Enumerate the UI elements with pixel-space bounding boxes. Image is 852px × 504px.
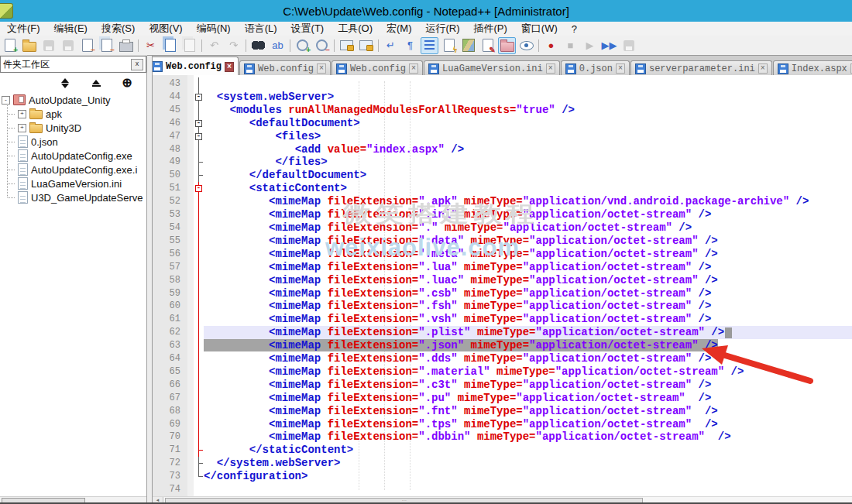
code-text[interactable]: <mimeMap fileExtension=".csb" mimeType="… [204, 287, 852, 300]
code-line-54[interactable]: 54 <mimeMap fileExtension="." mimeType="… [153, 221, 852, 235]
code-text[interactable]: </staticContent> [204, 444, 852, 457]
menu-item-plugins[interactable]: 插件(P) [467, 21, 514, 36]
code-text[interactable]: </defaultDocument> [204, 169, 852, 182]
code-line-70[interactable]: 70 <mimeMap fileExtension=".dbbin" mimeT… [153, 430, 852, 444]
code-text[interactable] [204, 77, 852, 91]
code-line-50[interactable]: 50 </defaultDocument> [153, 169, 852, 182]
code-line-64[interactable]: 64 <mimeMap fileExtension=".dds" mimeTyp… [153, 352, 852, 365]
tree-item-autoupdate-unity[interactable]: -AutoUpdate_Unity [2, 93, 143, 107]
macro-record-button[interactable]: ● [542, 37, 560, 54]
code-text[interactable]: <mimeMap fileExtension=".luac" mimeType=… [204, 274, 852, 287]
code-line-51[interactable]: 51- <staticContent> [153, 182, 852, 195]
tab-close-icon[interactable]: × [317, 63, 326, 74]
code-text[interactable]: <mimeMap fileExtension=".tps" mimeType="… [204, 418, 852, 431]
scroll-left-arrow[interactable]: ◂ [153, 497, 163, 503]
code-line-49[interactable]: 49 </files> [153, 156, 852, 169]
locate-file-button[interactable]: ⊕ [119, 75, 136, 91]
close-all-button[interactable]: − [98, 37, 115, 54]
redo-button[interactable]: ↷ [225, 37, 242, 54]
code-text[interactable]: <system.webServer> [204, 91, 852, 104]
word-wrap-button[interactable]: ↵ [382, 37, 400, 54]
code-text[interactable]: <mimeMap fileExtension=".apk" mimeType="… [204, 195, 852, 208]
macro-run-multi-button[interactable]: ▶▶ [600, 37, 618, 54]
tree-item-autoupdateconfig-exe[interactable]: AutoUpdateConfig.exe [2, 149, 143, 163]
fold-margin-cell[interactable]: - [194, 130, 204, 143]
tab-index-aspx[interactable]: Index.aspx× [773, 60, 852, 76]
expand-all-button[interactable] [57, 75, 74, 91]
code-line-73[interactable]: 73</configuration> [153, 470, 852, 483]
fold-margin-cell[interactable]: - [194, 182, 204, 195]
tree-item-u3d-gameupdateserve[interactable]: U3D_GameUpdateServe [2, 190, 143, 204]
code-text[interactable]: <mimeMap fileExtension=".fsh" mimeType="… [204, 300, 852, 313]
function-list-button[interactable]: ϟ [440, 37, 458, 54]
macro-save-button[interactable] [620, 37, 637, 54]
sync-vertical-button[interactable] [338, 37, 356, 54]
code-line-57[interactable]: 57 <mimeMap fileExtension=".lua" mimeTyp… [153, 261, 852, 274]
replace-button[interactable]: ab [269, 37, 287, 54]
code-line-52[interactable]: 52 <mimeMap fileExtension=".apk" mimeTyp… [153, 195, 852, 208]
tree-item-0-json[interactable]: 0.json [2, 135, 143, 149]
tab-web-config-3[interactable]: Web.config× [332, 60, 423, 76]
menu-item-edit[interactable]: 编辑(E) [47, 21, 94, 36]
code-text[interactable]: <mimeMap fileExtension=".dbbin" mimeType… [204, 430, 852, 444]
tab-close-icon[interactable]: × [758, 63, 768, 74]
tree-item-autoupdateconfig-exe-i[interactable]: AutoUpdateConfig.exe.i [2, 163, 143, 177]
code-line-63[interactable]: 63 <mimeMap fileExtension=".json" mimeTy… [153, 339, 852, 352]
save-button[interactable] [40, 37, 57, 54]
code-line-48[interactable]: 48 <add value="index.aspx" /> [153, 143, 852, 156]
sync-horizontal-button[interactable] [357, 37, 375, 54]
document-map-button[interactable] [459, 37, 477, 54]
code-line-67[interactable]: 67 <mimeMap fileExtension=".pu" mimeType… [153, 392, 852, 405]
code-text[interactable]: <mimeMap fileExtension=".dds" mimeType="… [204, 352, 852, 365]
menu-item-tools[interactable]: 工具(O) [331, 21, 380, 36]
code-text[interactable]: <mimeMap fileExtension=".json" mimeType=… [204, 339, 852, 352]
code-text[interactable]: <mimeMap fileExtension=".fnt" mimeType="… [204, 405, 852, 418]
new-file-button[interactable]: + [1, 37, 19, 54]
find-button[interactable] [249, 37, 267, 54]
code-line-66[interactable]: 66 <mimeMap fileExtension=".c3t" mimeTyp… [153, 379, 852, 392]
expander-icon[interactable]: + [18, 124, 26, 132]
code-line-74[interactable]: 74 [153, 483, 852, 496]
panel-close-button[interactable]: x [131, 59, 143, 70]
code-line-46[interactable]: 46- <defaultDocument> [153, 117, 852, 130]
code-text[interactable]: <mimeMap fileExtension=".ini" mimeType="… [204, 208, 852, 221]
menu-item-run[interactable]: 运行(R) [418, 21, 466, 36]
code-text[interactable] [204, 483, 852, 496]
menu-item-view[interactable]: 视图(V) [142, 21, 189, 36]
code-line-60[interactable]: 60 <mimeMap fileExtension=".fsh" mimeTyp… [153, 300, 852, 313]
save-all-button[interactable] [59, 37, 77, 54]
code-text[interactable]: <staticContent> [204, 182, 852, 195]
tab-close-icon[interactable]: × [546, 63, 555, 74]
fold-margin-cell[interactable]: - [194, 117, 204, 130]
code-line-53[interactable]: 53 <mimeMap fileExtension=".ini" mimeTyp… [153, 208, 852, 221]
code-line-47[interactable]: 47- <files> [153, 130, 852, 143]
tab-luagameversion-ini[interactable]: LuaGameVersion.ini× [424, 60, 560, 76]
zoom-out-button[interactable]: − [313, 37, 331, 54]
code-text[interactable]: </configuration> [204, 470, 852, 483]
undo-button[interactable]: ↶ [205, 37, 223, 54]
code-text[interactable]: <mimeMap fileExtension=".c3t" mimeType="… [204, 379, 852, 392]
code-line-58[interactable]: 58 <mimeMap fileExtension=".luac" mimeTy… [153, 274, 852, 287]
macro-play-button[interactable]: ▶ [581, 37, 599, 54]
indent-guide-button[interactable] [421, 37, 438, 54]
code-text[interactable]: <mimeMap fileExtension=".meta" mimeType=… [204, 248, 852, 261]
code-text[interactable]: <files> [204, 130, 852, 143]
collapse-all-button[interactable] [88, 75, 105, 91]
close-button[interactable]: − [78, 37, 96, 54]
code-line-69[interactable]: 69 <mimeMap fileExtension=".tps" mimeTyp… [153, 418, 852, 431]
doc-switcher-button[interactable]: ✎ [479, 37, 496, 54]
open-file-button[interactable] [20, 37, 38, 54]
fold-collapse-icon[interactable]: - [195, 185, 202, 192]
print-button[interactable] [117, 37, 135, 54]
code-line-59[interactable]: 59 <mimeMap fileExtension=".csb" mimeTyp… [153, 287, 852, 300]
editor-horizontal-scrollbar[interactable]: ◂ ⋯ [153, 496, 852, 504]
code-line-65[interactable]: 65 <mimeMap fileExtension=".material" mi… [153, 365, 852, 379]
panel-splitter[interactable] [147, 56, 153, 504]
folder-as-workspace-button[interactable] [498, 37, 516, 54]
show-all-chars-button[interactable]: ¶ [401, 37, 419, 54]
menu-item-encoding[interactable]: 编码(N) [190, 21, 238, 36]
code-line-56[interactable]: 56 <mimeMap fileExtension=".meta" mimeTy… [153, 248, 852, 261]
code-text[interactable]: <mimeMap fileExtension=".pu" mimeType="a… [204, 392, 852, 405]
tab-close-icon[interactable]: × [225, 62, 234, 72]
copy-button[interactable] [161, 37, 179, 54]
